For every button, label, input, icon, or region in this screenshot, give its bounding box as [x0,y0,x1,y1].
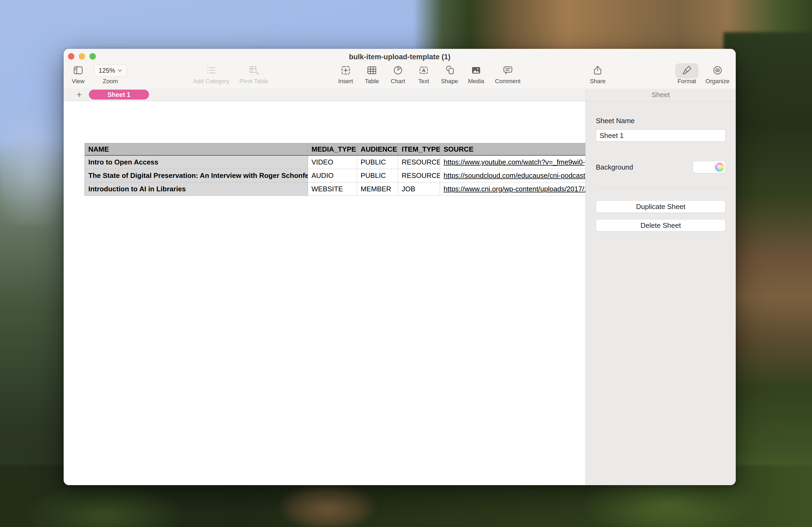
background-color-well[interactable] [693,161,714,173]
add-category-button[interactable]: Add Category [193,64,230,85]
cell-name[interactable]: Intro to Open Access [85,156,308,169]
delete-sheet-button[interactable]: Delete Sheet [596,219,726,231]
cell-media-type[interactable]: VIDEO [308,156,357,169]
table-row: Intro to Open Access VIDEO PUBLIC RESOUR… [85,156,585,169]
zoom-value: 125% [99,67,115,74]
svg-text:A: A [422,67,425,73]
photo-icon [470,64,482,77]
format-button[interactable]: Format [678,64,696,85]
sidebar-title: Sheet [586,89,736,101]
sidebar-content: Sheet Name Background Duplicate Sheet De… [586,117,736,231]
cell-name[interactable]: The State of Digital Preservation: An In… [85,169,308,182]
cell-source[interactable]: https://www.youtube.com/watch?v=_fme9wi0… [440,156,585,169]
plus-icon: + [76,89,82,100]
shape-button[interactable]: Shape [441,64,458,85]
plus-box-icon [339,64,352,77]
cell-item-type[interactable]: JOB [398,182,440,196]
sidebar-panel-icon [72,64,85,77]
sheet-tab-bar: + Sheet 1 [64,89,585,101]
header-cell-source[interactable]: SOURCE [440,143,585,156]
source-link[interactable]: https://www.cni.org/wp-content/uploads/2… [444,185,585,193]
table-header-row: NAME MEDIA_TYPE AUDIENCE ITEM_TYPE SOURC… [85,143,585,156]
cell-item-type[interactable]: RESOURCE [398,169,440,182]
header-cell-audience[interactable]: AUDIENCE [357,143,398,156]
toolbar: View 125% Zoom Add Category Pivot Table [64,63,736,89]
chevron-down-icon [118,69,122,72]
zoom-dropdown[interactable]: 125% [94,64,127,77]
paintbrush-icon [680,64,693,77]
background-color-control [693,161,726,174]
share-up-arrow-icon [591,64,604,77]
chart-button[interactable]: Chart [391,64,405,85]
view-button[interactable]: View [72,64,85,85]
sheet-canvas[interactable]: NAME MEDIA_TYPE AUDIENCE ITEM_TYPE SOURC… [64,101,585,485]
cell-item-type[interactable]: RESOURCE [398,156,440,169]
speech-bubble-icon [501,64,514,77]
header-cell-media-type[interactable]: MEDIA_TYPE [308,143,357,156]
organize-button[interactable]: Organize [706,64,729,85]
letter-a-box-icon: A [417,64,430,77]
pivot-table-button[interactable]: Pivot Table [239,64,268,85]
sheet-name-input[interactable] [596,129,726,142]
cell-media-type[interactable]: WEBSITE [308,182,357,196]
table-row: Introduction to AI in Libraries WEBSITE … [85,182,585,196]
source-link[interactable]: https://soundcloud.com/educause/cni-podc… [444,171,585,180]
window-title: bulk-item-upload-template (1) [64,49,736,63]
numbers-window: bulk-item-upload-template (1) View 125% … [64,49,736,485]
source-link[interactable]: https://www.youtube.com/watch?v=_fme9wi0… [444,158,585,166]
cell-audience[interactable]: MEMBER [357,182,398,196]
table-button[interactable]: Table [365,64,379,85]
insert-button[interactable]: Insert [338,64,353,85]
data-table: NAME MEDIA_TYPE AUDIENCE ITEM_TYPE SOURC… [85,143,585,196]
background-label: Background [596,163,633,171]
cell-audience[interactable]: PUBLIC [357,156,398,169]
tab-sheet-1[interactable]: Sheet 1 [89,90,149,100]
color-wheel-icon [715,163,724,172]
background-row: Background [596,161,726,174]
cell-audience[interactable]: PUBLIC [357,169,398,182]
add-sheet-button[interactable]: + [74,89,85,100]
sheet-tab-label: Sheet 1 [107,91,130,99]
header-cell-name[interactable]: NAME [85,143,308,156]
sheet-name-label: Sheet Name [596,117,726,125]
share-button[interactable]: Share [590,64,606,85]
duplicate-sheet-button[interactable]: Duplicate Sheet [596,200,726,213]
cell-source[interactable]: https://www.cni.org/wp-content/uploads/2… [440,182,585,196]
cell-source[interactable]: https://soundcloud.com/educause/cni-podc… [440,169,585,182]
grid-icon [365,64,378,77]
wallpaper-cliff-right [723,32,812,527]
text-button[interactable]: A Text [417,64,430,85]
zoom-control[interactable]: 125% Zoom [94,64,127,85]
color-picker-button[interactable] [714,161,725,173]
comment-button[interactable]: Comment [495,64,520,85]
cell-name[interactable]: Introduction to AI in Libraries [85,182,308,196]
grid-arrow-icon [247,64,260,77]
media-button[interactable]: Media [468,64,484,85]
title-bar: bulk-item-upload-template (1) [64,49,736,63]
circle-lines-icon [711,64,724,77]
format-sidebar: Sheet Sheet Name Background Duplicate Sh… [585,89,736,485]
cell-media-type[interactable]: AUDIO [308,169,357,182]
bulleted-list-icon [205,64,218,77]
header-cell-item-type[interactable]: ITEM_TYPE [398,143,440,156]
pie-chart-icon [392,64,404,77]
sidebar-divider [596,187,726,187]
square-circle-icon [443,64,456,77]
table-row: The State of Digital Preservation: An In… [85,169,585,182]
